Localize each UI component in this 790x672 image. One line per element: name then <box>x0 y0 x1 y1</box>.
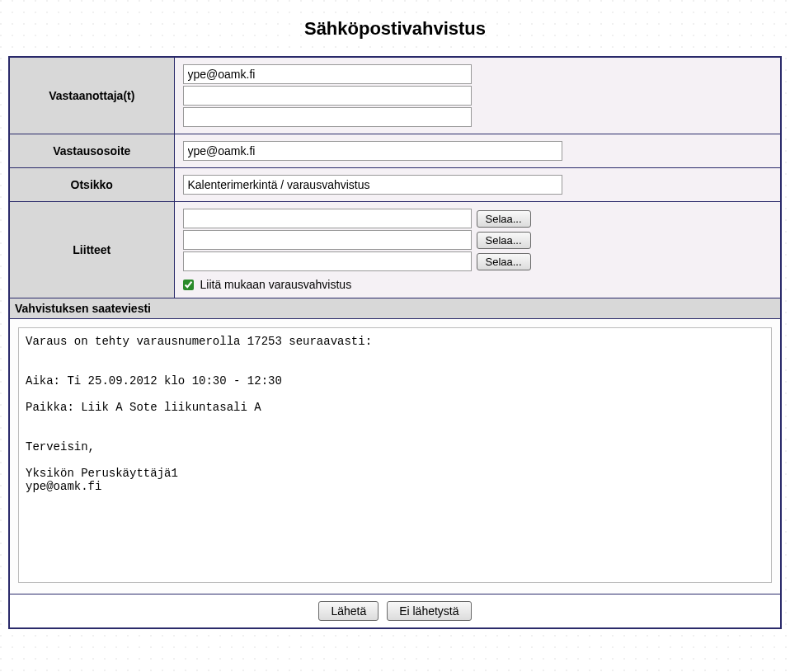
page-title: Sähköpostivahvistus <box>8 18 782 40</box>
attachment-input-2[interactable] <box>183 230 472 250</box>
recipient-input-1[interactable] <box>183 64 472 84</box>
browse-button-3[interactable]: Selaa... <box>477 253 531 270</box>
attachments-label: Liitteet <box>9 202 174 298</box>
include-confirmation-checkbox[interactable] <box>183 280 194 290</box>
recipients-label: Vastaanottaja(t) <box>9 57 174 134</box>
attachment-input-3[interactable] <box>183 251 472 271</box>
recipient-input-3[interactable] <box>183 107 472 127</box>
replyto-label: Vastausosoite <box>9 134 174 168</box>
include-confirmation-label: Liitä mukaan varausvahvistus <box>200 278 352 291</box>
replyto-input[interactable] <box>183 141 562 161</box>
browse-button-1[interactable]: Selaa... <box>477 210 531 228</box>
send-button[interactable]: Lähetä <box>318 601 379 621</box>
subject-label: Otsikko <box>9 168 174 202</box>
message-textarea[interactable] <box>18 327 772 583</box>
attachment-input-1[interactable] <box>183 209 472 228</box>
message-section-header: Vahvistuksen saateviesti <box>9 298 781 319</box>
email-form-table: Vastaanottaja(t) Vastausosoite Otsikko L… <box>8 56 782 629</box>
subject-input[interactable] <box>183 175 562 195</box>
recipient-input-2[interactable] <box>183 86 472 106</box>
no-send-button[interactable]: Ei lähetystä <box>387 601 471 621</box>
browse-button-2[interactable]: Selaa... <box>477 232 531 249</box>
